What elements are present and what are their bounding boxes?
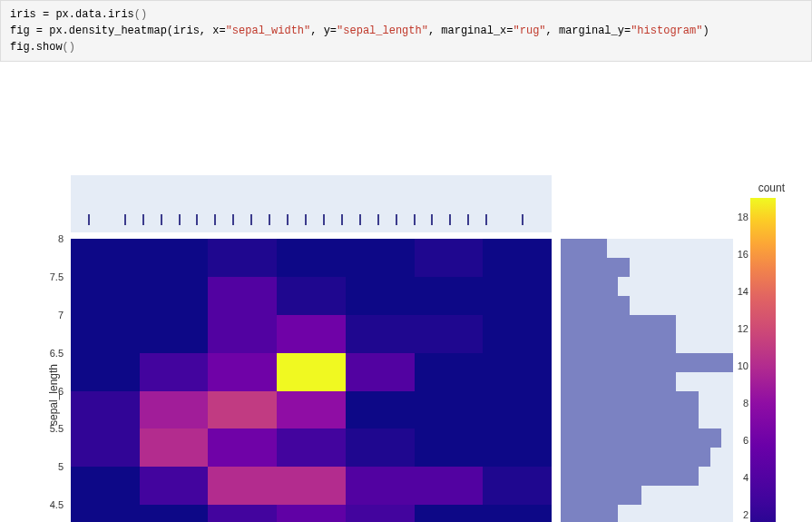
heatmap-cell[interactable] [277,428,346,467]
heatmap-cell[interactable] [208,239,277,277]
heatmap-cell[interactable] [71,276,140,314]
heatmap-cell[interactable] [140,352,209,390]
histogram-bar[interactable] [561,505,618,522]
histogram-bar[interactable] [561,448,710,467]
heatmap-cell[interactable] [208,276,277,314]
heatmap-cell[interactable] [71,467,140,505]
marginal-y-histogram[interactable] [561,239,733,522]
heatmap-cell[interactable] [415,352,484,390]
heatmap-cell[interactable] [208,314,277,352]
heatmap-cell[interactable] [140,314,209,352]
heatmap-cell[interactable] [208,352,277,390]
heatmap-cell[interactable] [71,352,140,390]
heatmap-cell[interactable] [483,352,552,390]
heatmap-cell[interactable] [71,314,140,352]
heatmap-cell[interactable] [277,276,346,314]
chart-area[interactable]: sepal_length sepal_width 87.576.565.554.… [0,98,812,522]
histogram-bar[interactable] [561,296,630,315]
rug-tick [522,214,523,225]
heatmap-cell[interactable] [415,505,484,522]
heatmap-cell[interactable] [483,428,552,467]
colorbar-tick-label: 16 [738,249,748,260]
heatmap-cell[interactable] [277,390,346,428]
heatmap-cell[interactable] [140,428,209,467]
rug-tick [269,214,270,225]
heatmap-cell[interactable] [277,467,346,505]
code-l2f: "rug" [514,25,546,37]
histogram-bar[interactable] [561,409,699,428]
heatmap-cell[interactable] [346,505,415,522]
histogram-bar[interactable] [561,353,733,372]
heatmap-cell[interactable] [346,390,415,428]
heatmap-cell[interactable] [208,390,277,428]
histogram-bar[interactable] [561,277,618,296]
heatmap-cell[interactable] [415,276,484,314]
rug-tick [467,214,469,225]
heatmap-cell[interactable] [346,314,415,352]
code-l2c: , y= [310,25,337,37]
code-l1a: iris = px.data.iris [10,8,134,21]
colorbar[interactable] [750,198,776,522]
heatmap-cell[interactable] [346,467,415,505]
heatmap-cell[interactable] [346,239,415,277]
heatmap-cell[interactable] [415,314,484,352]
heatmap-cell[interactable] [415,467,484,505]
heatmap[interactable] [71,239,552,522]
heatmap-cell[interactable] [415,428,484,467]
colorbar-tick-label: 10 [738,360,748,371]
heatmap-cell[interactable] [277,239,346,277]
histogram-bar[interactable] [561,315,676,334]
y-tick-label: 7 [36,310,64,320]
heatmap-cell[interactable] [71,390,140,428]
heatmap-cell[interactable] [483,505,552,522]
heatmap-cell[interactable] [140,239,209,277]
heatmap-cell[interactable] [483,276,552,314]
heatmap-cell[interactable] [71,428,140,467]
code-l2d: "sepal_length" [337,25,428,37]
marginal-x-rug[interactable] [71,175,552,232]
histogram-bar[interactable] [561,258,630,277]
rug-tick [124,214,126,225]
histogram-bar[interactable] [561,428,721,448]
code-l2h: "histogram" [631,25,702,37]
code-l2b: "sepal_width" [226,25,311,37]
rug-tick [214,214,216,225]
heatmap-cell[interactable] [208,505,277,522]
heatmap-cell[interactable] [208,428,277,467]
rug-tick [161,214,162,225]
code-l2e: , marginal_x= [428,25,514,37]
heatmap-cell[interactable] [483,314,552,352]
heatmap-cell[interactable] [277,314,346,352]
heatmap-cell[interactable] [346,276,415,314]
histogram-bar[interactable] [561,239,607,258]
colorbar-tick-label: 2 [743,509,748,520]
histogram-bar[interactable] [561,334,676,353]
rug-tick [359,214,361,225]
heatmap-cell[interactable] [140,505,209,522]
heatmap-cell[interactable] [140,276,209,314]
histogram-bar[interactable] [561,486,641,505]
heatmap-cell[interactable] [346,428,415,467]
heatmap-cell[interactable] [346,352,415,390]
y-tick-label: 7.5 [36,271,64,282]
rug-tick [414,214,416,225]
colorbar-title: count [758,182,785,194]
heatmap-cell[interactable] [483,239,552,277]
heatmap-cell[interactable] [483,390,552,428]
heatmap-cell[interactable] [277,505,346,522]
heatmap-cell[interactable] [140,390,209,428]
heatmap-cell[interactable] [483,467,552,505]
heatmap-cell[interactable] [71,505,140,522]
rug-tick [179,214,181,225]
heatmap-cell[interactable] [140,467,209,505]
heatmap-cell[interactable] [415,390,484,428]
histogram-bar[interactable] [561,391,699,410]
rug-tick [142,214,144,225]
heatmap-cell[interactable] [415,239,484,277]
heatmap-cell[interactable] [71,239,140,277]
heatmap-cell[interactable] [277,352,346,390]
heatmap-cell[interactable] [208,467,277,505]
histogram-bar[interactable] [561,372,676,391]
rug-tick [341,214,343,225]
histogram-bar[interactable] [561,467,699,486]
